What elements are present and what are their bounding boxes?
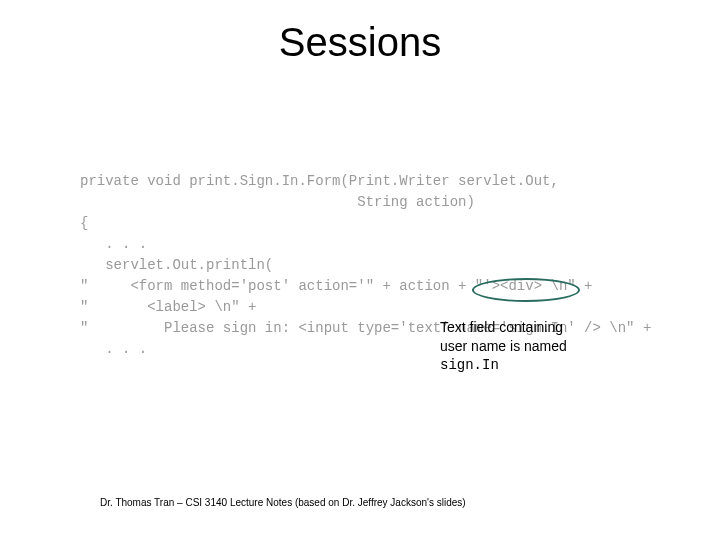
code-line: { — [80, 215, 88, 231]
annotation-line: user name is named — [440, 337, 615, 356]
code-line: . . . — [80, 236, 147, 252]
code-line: String action) — [80, 194, 475, 210]
slide-footer: Dr. Thomas Tran – CSI 3140 Lecture Notes… — [100, 497, 466, 508]
code-line: servlet.Out.println( — [80, 257, 273, 273]
annotation-line: Text field containing — [440, 318, 615, 337]
code-line: " <form method='post' action='" + action… — [80, 278, 592, 294]
annotation-text: Text field containing user name is named… — [440, 318, 615, 375]
code-line: . . . — [80, 341, 147, 357]
code-line: private void print.Sign.In.Form(Print.Wr… — [80, 173, 559, 189]
annotation-code: sign.In — [440, 356, 615, 375]
slide-title: Sessions — [0, 20, 720, 65]
code-line: " <label> \n" + — [80, 299, 256, 315]
